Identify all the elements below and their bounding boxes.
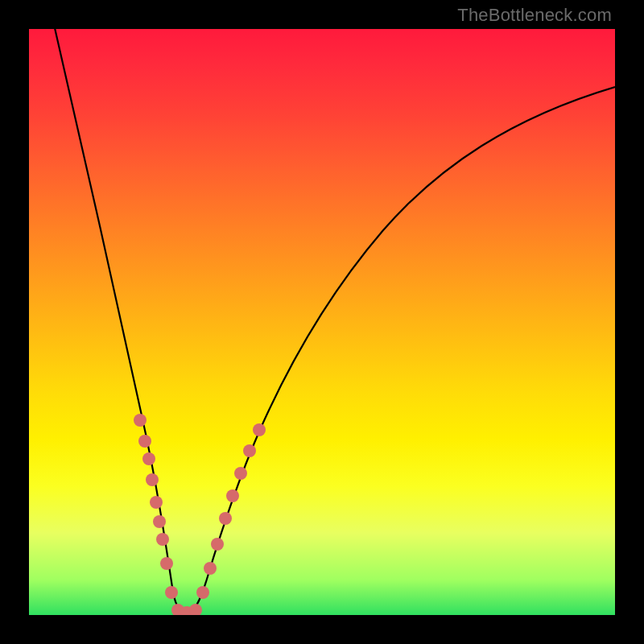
marker-dot [211,538,224,551]
chart-frame: TheBottleneck.com [0,0,644,644]
marker-dot [156,533,169,546]
watermark-text: TheBottleneck.com [457,5,612,26]
chart-svg [29,29,615,615]
marker-dot [189,604,202,615]
marker-dot [204,562,217,575]
marker-dot [253,423,266,436]
marker-dot [219,512,232,525]
marker-dot [243,444,256,457]
plot-area [29,29,615,615]
marker-dot [134,414,147,427]
marker-dot [142,452,155,465]
marker-dot [150,496,163,509]
marker-dot [138,435,151,448]
bottleneck-curve [53,29,615,613]
marker-dot [196,586,209,599]
marker-dot [153,515,166,528]
marker-dot [226,489,239,502]
marker-dot [160,557,173,570]
marker-dot [165,586,178,599]
marker-dot [234,467,247,480]
marker-dot [146,473,159,486]
